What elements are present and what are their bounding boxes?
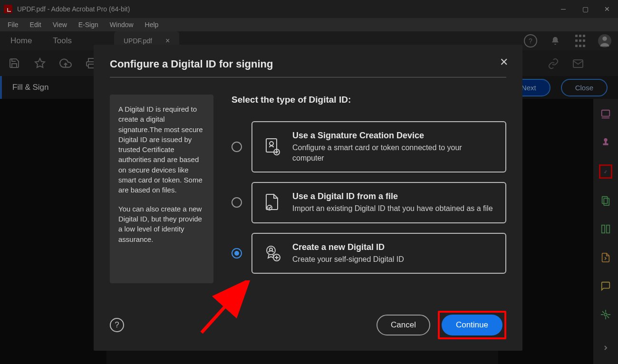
- radio-create-new-id[interactable]: [232, 248, 242, 259]
- option-signature-device[interactable]: Use a Signature Creation Device Configur…: [232, 121, 506, 172]
- options-column: Select the type of Digital ID: Use a Sig…: [232, 95, 506, 283]
- badge-device-icon: [263, 137, 282, 156]
- info-paragraph-1: A Digital ID is required to create a dig…: [118, 104, 205, 195]
- continue-button[interactable]: Continue: [442, 315, 502, 335]
- configure-digital-id-dialog: Configure a Digital ID for signing ✕ A D…: [94, 45, 522, 351]
- option-title: Create a new Digital ID: [292, 242, 404, 252]
- divider: [110, 77, 506, 77]
- option-title: Use a Signature Creation Device: [292, 131, 495, 141]
- cancel-button[interactable]: Cancel: [377, 315, 430, 335]
- option-desc: Import an existing Digital ID that you h…: [292, 203, 493, 214]
- info-panel: A Digital ID is required to create a dig…: [110, 95, 213, 283]
- option-id-from-file[interactable]: Use a Digital ID from a file Import an e…: [232, 182, 506, 223]
- svg-point-14: [270, 142, 273, 145]
- file-badge-icon: [263, 193, 282, 212]
- radio-signature-device[interactable]: [232, 142, 242, 152]
- radio-id-from-file[interactable]: [232, 197, 242, 208]
- option-create-new-id[interactable]: Create a new Digital ID Create your self…: [232, 233, 506, 274]
- info-paragraph-2: You can also create a new Digital ID, bu…: [118, 204, 205, 244]
- option-desc: Configure a smart card or token connecte…: [292, 143, 495, 163]
- option-title: Use a Digital ID from a file: [292, 192, 493, 201]
- option-desc: Create your self-signed Digital ID: [292, 254, 404, 265]
- dialog-help-icon[interactable]: ?: [110, 318, 124, 332]
- highlight-annotation: Continue: [438, 311, 506, 339]
- dialog-close-icon[interactable]: ✕: [497, 55, 511, 69]
- select-heading: Select the type of Digital ID:: [232, 95, 506, 105]
- dialog-title: Configure a Digital ID for signing: [110, 58, 506, 70]
- new-id-icon: [263, 244, 282, 263]
- dialog-footer: ? Cancel Continue: [110, 311, 506, 339]
